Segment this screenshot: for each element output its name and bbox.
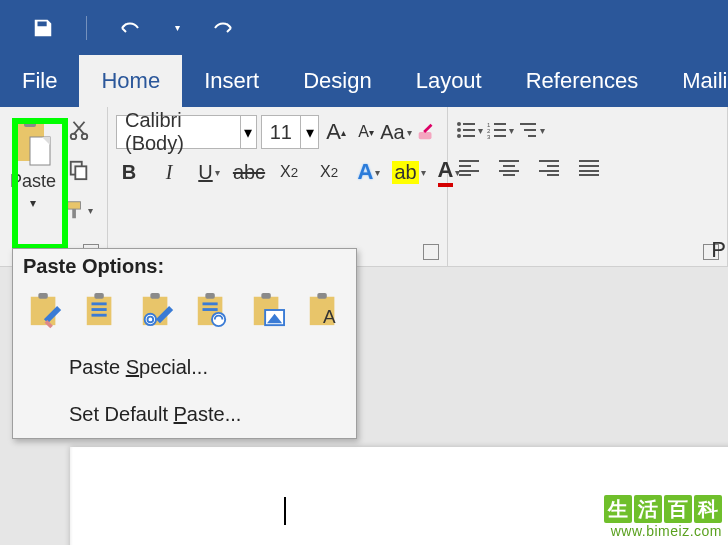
numbering-button[interactable]: 123▾ xyxy=(487,115,514,145)
superscript-button[interactable]: X2 xyxy=(316,157,342,187)
align-justify-icon xyxy=(579,160,599,176)
svg-rect-54 xyxy=(203,302,218,305)
font-launcher[interactable] xyxy=(423,244,439,260)
align-center-icon xyxy=(499,160,519,176)
multilevel-icon xyxy=(518,121,538,139)
svg-rect-62 xyxy=(317,293,326,299)
font-name-combo[interactable]: Calibri (Body) ▾ xyxy=(116,115,257,149)
svg-rect-10 xyxy=(419,132,432,139)
grow-font-button[interactable]: A▴ xyxy=(323,117,349,147)
format-painter-button[interactable]: ▾ xyxy=(64,195,93,225)
svg-rect-12 xyxy=(463,123,475,125)
bullets-button[interactable]: ▾ xyxy=(456,115,483,145)
keep-text-only-icon[interactable]: A xyxy=(306,290,344,330)
svg-rect-35 xyxy=(547,165,559,167)
cut-icon xyxy=(68,119,90,141)
cut-button[interactable] xyxy=(64,115,93,145)
underline-button[interactable]: U▾ xyxy=(196,157,222,187)
text-effects-button[interactable]: A▾ xyxy=(356,157,382,187)
svg-rect-9 xyxy=(72,209,76,218)
tab-references[interactable]: References xyxy=(504,55,661,107)
svg-point-51 xyxy=(144,314,155,325)
svg-point-4 xyxy=(70,134,76,140)
save-button[interactable] xyxy=(30,15,56,41)
align-justify-button[interactable] xyxy=(576,153,602,183)
redo-button[interactable] xyxy=(210,15,236,41)
font-size-combo[interactable]: 11 ▾ xyxy=(261,115,319,149)
tab-design[interactable]: Design xyxy=(281,55,393,107)
paste-options-row: A xyxy=(13,282,356,344)
italic-button[interactable]: I xyxy=(156,157,182,187)
align-right-button[interactable] xyxy=(536,153,562,183)
paste-special-item[interactable]: Paste Special... xyxy=(13,344,356,391)
svg-rect-48 xyxy=(91,314,106,317)
tab-mailings[interactable]: Mailin xyxy=(660,55,728,107)
set-default-paste-item[interactable]: Set Default Paste... xyxy=(13,391,356,438)
svg-rect-16 xyxy=(463,135,475,137)
clear-formatting-button[interactable] xyxy=(413,117,439,147)
change-case-button[interactable]: Aa▾ xyxy=(383,117,409,147)
merge-formatting-icon[interactable] xyxy=(83,290,121,330)
strikethrough-button[interactable]: abc xyxy=(236,157,262,187)
group-paragraph: ▾ 123▾ ▾ xyxy=(448,107,728,266)
paste-button[interactable]: Paste ▾ xyxy=(8,115,58,225)
svg-rect-29 xyxy=(459,174,471,176)
font-name-value: Calibri (Body) xyxy=(117,109,240,155)
bold-button[interactable]: B xyxy=(116,157,142,187)
chevron-down-icon[interactable]: ▾ xyxy=(300,116,318,148)
format-painter-icon xyxy=(64,199,86,221)
svg-rect-50 xyxy=(150,293,159,299)
paste-dropdown-arrow[interactable]: ▾ xyxy=(30,196,36,210)
svg-rect-20 xyxy=(494,129,506,131)
svg-point-5 xyxy=(81,134,87,140)
svg-rect-38 xyxy=(579,160,599,162)
clear-formatting-icon xyxy=(415,121,437,143)
svg-rect-22 xyxy=(494,135,506,137)
keep-source-formatting-icon[interactable] xyxy=(27,290,65,330)
svg-rect-37 xyxy=(547,174,559,176)
svg-rect-31 xyxy=(503,165,515,167)
subscript-button[interactable]: X2 xyxy=(276,157,302,187)
styles-group-partial: P xyxy=(711,237,726,263)
align-left-button[interactable] xyxy=(456,153,482,183)
redo-icon xyxy=(211,18,235,38)
svg-rect-27 xyxy=(459,165,471,167)
link-keep-source-icon[interactable] xyxy=(139,290,177,330)
svg-rect-18 xyxy=(494,123,506,125)
svg-rect-55 xyxy=(203,308,218,311)
chevron-down-icon[interactable]: ▾ xyxy=(240,116,256,148)
watermark: 生 活 百 科 www.bimeiz.com xyxy=(604,495,722,539)
svg-rect-46 xyxy=(91,302,106,305)
svg-rect-26 xyxy=(459,160,479,162)
highlight-button[interactable]: ab▾ xyxy=(396,157,422,187)
numbering-icon: 123 xyxy=(487,121,507,139)
multilevel-list-button[interactable]: ▾ xyxy=(518,115,545,145)
picture-paste-icon[interactable] xyxy=(250,290,288,330)
paste-label: Paste xyxy=(10,171,56,192)
font-size-value: 11 xyxy=(262,121,300,144)
svg-rect-25 xyxy=(528,135,536,137)
tab-insert[interactable]: Insert xyxy=(182,55,281,107)
undo-icon xyxy=(118,18,142,38)
tab-home[interactable]: Home xyxy=(79,55,182,107)
svg-rect-43 xyxy=(38,293,47,299)
link-merge-icon[interactable] xyxy=(194,290,232,330)
shrink-font-button[interactable]: A▾ xyxy=(353,117,379,147)
align-center-button[interactable] xyxy=(496,153,522,183)
svg-rect-47 xyxy=(91,308,106,311)
quick-access-toolbar: ▾ xyxy=(0,0,728,55)
copy-button[interactable] xyxy=(64,155,93,185)
copy-icon xyxy=(68,159,90,181)
svg-rect-30 xyxy=(499,160,519,162)
group-clipboard: Paste ▾ ▾ xyxy=(0,107,108,266)
save-icon xyxy=(32,17,54,39)
svg-rect-28 xyxy=(459,170,479,172)
align-right-icon xyxy=(539,160,559,176)
watermark-url: www.bimeiz.com xyxy=(604,523,722,539)
align-left-icon xyxy=(459,160,479,176)
undo-button[interactable] xyxy=(117,15,143,41)
undo-dropdown[interactable]: ▾ xyxy=(175,22,180,33)
tab-file[interactable]: File xyxy=(0,55,79,107)
paste-options-title: Paste Options: xyxy=(13,249,356,282)
tab-layout[interactable]: Layout xyxy=(394,55,504,107)
